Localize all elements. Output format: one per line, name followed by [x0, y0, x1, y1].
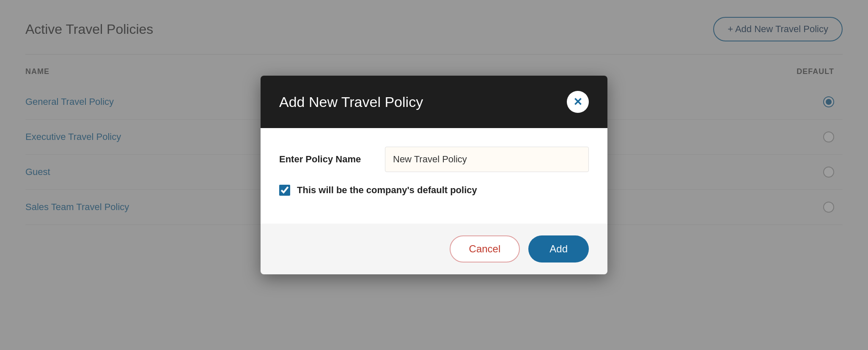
modal-body: Enter Policy Name This will be the compa… [261, 128, 607, 224]
add-travel-policy-modal: Add New Travel Policy ✕ Enter Policy Nam… [261, 76, 607, 274]
add-button[interactable]: Add [528, 235, 589, 262]
policy-name-label: Enter Policy Name [279, 154, 372, 165]
default-policy-checkbox-row: This will be the company's default polic… [279, 185, 589, 196]
default-policy-checkbox[interactable] [279, 185, 290, 196]
modal-title: Add New Travel Policy [279, 94, 423, 110]
default-policy-checkbox-label: This will be the company's default polic… [297, 185, 477, 196]
policy-name-form-row: Enter Policy Name [279, 147, 589, 172]
modal-overlay: Add New Travel Policy ✕ Enter Policy Nam… [0, 0, 868, 350]
modal-header: Add New Travel Policy ✕ [261, 76, 607, 128]
policy-name-input[interactable] [385, 147, 589, 172]
modal-close-button[interactable]: ✕ [567, 91, 589, 113]
modal-footer: Cancel Add [261, 224, 607, 274]
cancel-button[interactable]: Cancel [450, 235, 520, 262]
